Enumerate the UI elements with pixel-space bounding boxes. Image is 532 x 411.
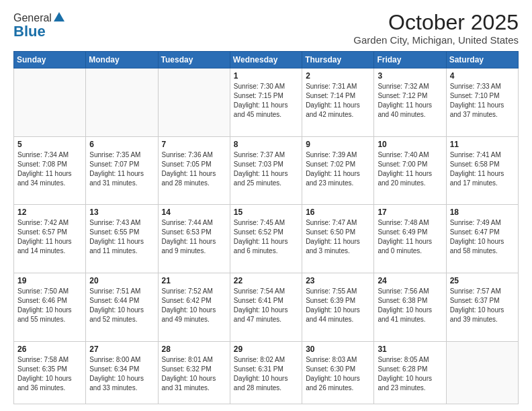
day-info: Sunrise: 7:44 AM Sunset: 6:53 PM Dayligh… [162, 218, 226, 256]
calendar-table: Sunday Monday Tuesday Wednesday Thursday… [13, 51, 519, 404]
day-info: Sunrise: 7:56 AM Sunset: 6:38 PM Dayligh… [378, 287, 442, 324]
day-number: 16 [306, 208, 370, 217]
table-row: 17Sunrise: 7:48 AM Sunset: 6:49 PM Dayli… [374, 205, 446, 273]
header: General Blue October 2025 Garden City, M… [13, 11, 519, 46]
table-row: 30Sunrise: 8:03 AM Sunset: 6:30 PM Dayli… [302, 341, 374, 404]
table-row: 13Sunrise: 7:43 AM Sunset: 6:55 PM Dayli… [86, 205, 158, 273]
day-info: Sunrise: 8:03 AM Sunset: 6:30 PM Dayligh… [306, 355, 370, 393]
table-row: 31Sunrise: 8:05 AM Sunset: 6:28 PM Dayli… [374, 341, 446, 404]
day-info: Sunrise: 7:35 AM Sunset: 7:07 PM Dayligh… [89, 150, 154, 188]
day-info: Sunrise: 7:50 AM Sunset: 6:46 PM Dayligh… [17, 287, 82, 324]
col-thursday: Thursday [302, 52, 374, 68]
table-row: 6Sunrise: 7:35 AM Sunset: 7:07 PM Daylig… [86, 136, 158, 205]
day-info: Sunrise: 7:49 AM Sunset: 6:47 PM Dayligh… [450, 218, 515, 256]
day-info: Sunrise: 7:43 AM Sunset: 6:55 PM Dayligh… [89, 218, 154, 256]
table-row: 23Sunrise: 7:55 AM Sunset: 6:39 PM Dayli… [302, 273, 374, 341]
logo-icon [53, 11, 65, 23]
day-info: Sunrise: 8:05 AM Sunset: 6:28 PM Dayligh… [378, 355, 442, 393]
title-block: October 2025 Garden City, Michigan, Unit… [353, 11, 519, 46]
table-row: 10Sunrise: 7:40 AM Sunset: 7:00 PM Dayli… [374, 136, 446, 205]
day-number: 14 [162, 208, 226, 217]
col-friday: Friday [374, 52, 446, 68]
calendar-header-row: Sunday Monday Tuesday Wednesday Thursday… [14, 52, 519, 68]
day-info: Sunrise: 7:34 AM Sunset: 7:08 PM Dayligh… [17, 150, 82, 188]
day-number: 18 [450, 208, 515, 217]
table-row [158, 68, 230, 137]
day-info: Sunrise: 7:39 AM Sunset: 7:02 PM Dayligh… [306, 150, 370, 188]
col-saturday: Saturday [446, 52, 518, 68]
day-number: 17 [378, 208, 442, 217]
col-wednesday: Wednesday [230, 52, 302, 68]
table-row: 7Sunrise: 7:36 AM Sunset: 7:05 PM Daylig… [158, 136, 230, 205]
table-row: 1Sunrise: 7:30 AM Sunset: 7:15 PM Daylig… [230, 68, 302, 137]
day-number: 26 [17, 345, 82, 354]
page: General Blue October 2025 Garden City, M… [0, 0, 532, 411]
day-info: Sunrise: 7:33 AM Sunset: 7:10 PM Dayligh… [450, 82, 515, 120]
table-row: 8Sunrise: 7:37 AM Sunset: 7:03 PM Daylig… [230, 136, 302, 205]
day-info: Sunrise: 7:54 AM Sunset: 6:41 PM Dayligh… [234, 287, 298, 324]
day-number: 4 [450, 71, 515, 81]
day-info: Sunrise: 7:45 AM Sunset: 6:52 PM Dayligh… [234, 218, 298, 256]
day-info: Sunrise: 7:42 AM Sunset: 6:57 PM Dayligh… [17, 218, 82, 256]
table-row: 26Sunrise: 7:58 AM Sunset: 6:35 PM Dayli… [14, 341, 86, 404]
day-info: Sunrise: 7:48 AM Sunset: 6:49 PM Dayligh… [378, 218, 442, 256]
calendar-week-row: 1Sunrise: 7:30 AM Sunset: 7:15 PM Daylig… [14, 68, 519, 137]
day-number: 20 [89, 276, 154, 285]
day-number: 12 [17, 208, 82, 217]
table-row: 16Sunrise: 7:47 AM Sunset: 6:50 PM Dayli… [302, 205, 374, 273]
day-info: Sunrise: 7:41 AM Sunset: 6:58 PM Dayligh… [450, 150, 515, 188]
day-info: Sunrise: 7:51 AM Sunset: 6:44 PM Dayligh… [89, 287, 154, 324]
day-number: 7 [162, 140, 226, 149]
table-row [446, 341, 518, 404]
day-number: 27 [89, 345, 154, 354]
table-row: 24Sunrise: 7:56 AM Sunset: 6:38 PM Dayli… [374, 273, 446, 341]
day-info: Sunrise: 7:52 AM Sunset: 6:42 PM Dayligh… [162, 287, 226, 324]
day-number: 24 [378, 276, 442, 285]
table-row: 20Sunrise: 7:51 AM Sunset: 6:44 PM Dayli… [86, 273, 158, 341]
table-row: 29Sunrise: 8:02 AM Sunset: 6:31 PM Dayli… [230, 341, 302, 404]
col-monday: Monday [86, 52, 158, 68]
table-row: 25Sunrise: 7:57 AM Sunset: 6:37 PM Dayli… [446, 273, 518, 341]
table-row [86, 68, 158, 137]
calendar-week-row: 26Sunrise: 7:58 AM Sunset: 6:35 PM Dayli… [14, 341, 519, 404]
table-row [14, 68, 86, 137]
day-number: 31 [378, 345, 442, 354]
day-number: 29 [234, 345, 298, 354]
day-number: 10 [378, 140, 442, 149]
day-info: Sunrise: 7:57 AM Sunset: 6:37 PM Dayligh… [450, 287, 515, 324]
col-sunday: Sunday [14, 52, 86, 68]
table-row: 12Sunrise: 7:42 AM Sunset: 6:57 PM Dayli… [14, 205, 86, 273]
day-number: 30 [306, 345, 370, 354]
table-row: 2Sunrise: 7:31 AM Sunset: 7:14 PM Daylig… [302, 68, 374, 137]
table-row: 15Sunrise: 7:45 AM Sunset: 6:52 PM Dayli… [230, 205, 302, 273]
day-info: Sunrise: 7:58 AM Sunset: 6:35 PM Dayligh… [17, 355, 82, 393]
svg-marker-0 [54, 12, 64, 21]
day-info: Sunrise: 8:02 AM Sunset: 6:31 PM Dayligh… [234, 355, 298, 393]
day-number: 25 [450, 276, 515, 285]
table-row: 18Sunrise: 7:49 AM Sunset: 6:47 PM Dayli… [446, 205, 518, 273]
day-number: 21 [162, 276, 226, 285]
day-info: Sunrise: 8:00 AM Sunset: 6:34 PM Dayligh… [89, 355, 154, 393]
day-info: Sunrise: 7:31 AM Sunset: 7:14 PM Dayligh… [306, 82, 370, 120]
day-info: Sunrise: 8:01 AM Sunset: 6:32 PM Dayligh… [162, 355, 226, 393]
day-info: Sunrise: 7:30 AM Sunset: 7:15 PM Dayligh… [234, 82, 298, 120]
day-number: 2 [306, 71, 370, 81]
day-info: Sunrise: 7:47 AM Sunset: 6:50 PM Dayligh… [306, 218, 370, 256]
table-row: 14Sunrise: 7:44 AM Sunset: 6:53 PM Dayli… [158, 205, 230, 273]
logo-blue-text: Blue [13, 23, 46, 40]
day-number: 28 [162, 345, 226, 354]
calendar-week-row: 19Sunrise: 7:50 AM Sunset: 6:46 PM Dayli… [14, 273, 519, 341]
day-number: 5 [17, 140, 82, 149]
day-info: Sunrise: 7:55 AM Sunset: 6:39 PM Dayligh… [306, 287, 370, 324]
day-info: Sunrise: 7:36 AM Sunset: 7:05 PM Dayligh… [162, 150, 226, 188]
calendar-week-row: 12Sunrise: 7:42 AM Sunset: 6:57 PM Dayli… [14, 205, 519, 273]
calendar-week-row: 5Sunrise: 7:34 AM Sunset: 7:08 PM Daylig… [14, 136, 519, 205]
day-number: 19 [17, 276, 82, 285]
location-title: Garden City, Michigan, United States [353, 34, 519, 46]
day-number: 6 [89, 140, 154, 149]
day-info: Sunrise: 7:40 AM Sunset: 7:00 PM Dayligh… [378, 150, 442, 188]
table-row: 28Sunrise: 8:01 AM Sunset: 6:32 PM Dayli… [158, 341, 230, 404]
day-number: 22 [234, 276, 298, 285]
table-row: 4Sunrise: 7:33 AM Sunset: 7:10 PM Daylig… [446, 68, 518, 137]
table-row: 3Sunrise: 7:32 AM Sunset: 7:12 PM Daylig… [374, 68, 446, 137]
